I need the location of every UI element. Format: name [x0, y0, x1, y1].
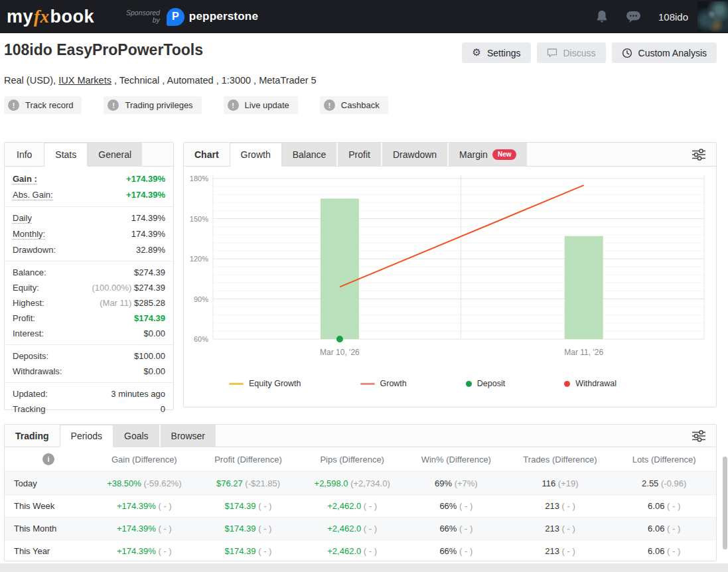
stat-row[interactable]: Monthly:174.39% [5, 226, 173, 242]
myfxbook-logo[interactable]: myfxbook [7, 7, 94, 27]
column-header: Profit (Difference) [196, 455, 301, 465]
stat-row[interactable]: Highest:(Mar 11) $285.28 [5, 295, 173, 311]
divider [5, 344, 173, 345]
table-row[interactable]: This Month+174.39% ( - )$174.39 ( - )+2,… [5, 517, 716, 539]
stat-label: Highest: [13, 298, 44, 308]
table-cell: +174.39% ( - ) [92, 524, 196, 534]
badge-track-record[interactable]: ! Track record [4, 96, 82, 114]
badge-trading-privileges[interactable]: ! Trading privileges [104, 96, 201, 114]
cell-diff: ( - ) [664, 546, 680, 556]
stat-row[interactable]: Withdrawals:$0.00 [5, 364, 173, 379]
scrollbar-thumb[interactable] [723, 457, 727, 549]
cell-value: 66% [439, 546, 457, 556]
stat-row[interactable]: Balance:$274.39 [5, 265, 173, 280]
stat-label: Withdrawals: [13, 366, 62, 376]
pepperstone-initial: P [172, 11, 179, 23]
table-cell: 66% ( - ) [404, 524, 508, 534]
line-swatch-icon [360, 383, 375, 385]
tab-trading[interactable]: Trading [5, 425, 60, 447]
settings-button[interactable]: ⚙ Settings [462, 42, 530, 63]
user-avatar[interactable] [697, 1, 728, 32]
stat-row[interactable]: Daily174.39% [5, 210, 173, 226]
stat-label: Balance: [13, 267, 46, 277]
stat-row[interactable]: Abs. Gain:+174.39% [5, 187, 173, 203]
table-cell: 213 ( - ) [508, 546, 613, 556]
cell-value: 213 [545, 501, 559, 511]
svg-text:Mar 10, '26: Mar 10, '26 [320, 348, 360, 357]
pepperstone-icon: P [167, 8, 184, 26]
tab-goals[interactable]: Goals [113, 425, 161, 447]
tab-stats[interactable]: Stats [44, 143, 88, 167]
legend-item-equity-growth[interactable]: Equity Growth [229, 379, 301, 388]
stats-panel: Info Stats General Gain :+174.39%Abs. Ga… [4, 142, 174, 410]
table-cell: $174.39 ( - ) [196, 524, 301, 534]
tab-periods[interactable]: Periods [60, 425, 113, 447]
svg-text:120%: 120% [190, 255, 208, 263]
cell-value: $76.27 [216, 478, 243, 488]
stat-row[interactable]: Deposits:$100.00 [5, 348, 173, 364]
stat-row[interactable]: Interest:$0.00 [5, 326, 173, 341]
table-row[interactable]: Today+38.50% (-59.62%)$76.27 (-$21.85)+2… [5, 472, 716, 494]
tab-general[interactable]: General [88, 143, 143, 166]
tab-info[interactable]: Info [5, 143, 44, 166]
discuss-button[interactable]: Discuss [537, 42, 606, 63]
username[interactable]: 108ido [658, 11, 688, 23]
stat-value: $100.00 [134, 351, 165, 361]
cell-value: +174.39% [117, 546, 156, 556]
cell-diff: ( - ) [664, 501, 680, 511]
tab-chart[interactable]: Chart [184, 143, 230, 166]
pepperstone-logo[interactable]: P pepperstone [167, 8, 258, 26]
sponsor-block[interactable]: Sponsored by P pepperstone [126, 8, 258, 26]
stat-value: 32.89% [136, 245, 165, 255]
notifications-bell-icon[interactable] [595, 9, 609, 24]
growth-chart[interactable]: 180%150%120%90%60%Mar 10, '26Mar 11, '26 [186, 168, 715, 375]
stat-row[interactable]: Gain :+174.39% [5, 171, 173, 187]
stat-row[interactable]: Equity:(100.00%) $274.39 [5, 280, 173, 295]
table-row[interactable]: This Year+174.39% ( - )$174.39 ( - )+2,4… [5, 539, 716, 562]
cell-value: +174.39% [117, 524, 156, 534]
table-options-sliders-icon[interactable] [682, 425, 716, 447]
stat-value: 3 minutes ago [111, 389, 165, 399]
divider [5, 382, 173, 383]
table-cell: +2,462.0 ( - ) [300, 546, 404, 556]
badge-label: Cashback [341, 100, 380, 110]
tab-growth[interactable]: Growth [230, 143, 282, 167]
badge-live-update[interactable]: ! Live update [224, 96, 298, 114]
divider [5, 206, 173, 207]
stat-value: 0 [161, 404, 165, 414]
stat-value: +174.39% [126, 190, 165, 200]
legend-label: Growth [380, 379, 407, 388]
tab-drawdown[interactable]: Drawdown [382, 143, 449, 166]
cell-diff: ( - ) [156, 524, 172, 534]
info-icon[interactable]: i [42, 453, 54, 465]
stat-row[interactable]: Tracking0 [5, 401, 173, 417]
table-row[interactable]: This Week+174.39% ( - )$174.39 ( - )+2,4… [5, 494, 716, 517]
stat-row[interactable]: Updated:3 minutes ago [5, 386, 173, 401]
legend-item-withdrawal[interactable]: Withdrawal [564, 379, 617, 388]
tab-profit[interactable]: Profit [338, 143, 382, 166]
account-subtitle: Real (USD), IUX Markets , Technical , Au… [4, 75, 317, 86]
cell-value: 116 [542, 478, 555, 488]
messages-chat-icon[interactable] [626, 10, 641, 23]
legend-item-growth[interactable]: Growth [360, 379, 407, 388]
svg-text:90%: 90% [194, 295, 208, 303]
growth-chart-area[interactable]: 180%150%120%90%60%Mar 10, '26Mar 11, '26 [184, 167, 716, 375]
stat-label: Updated: [13, 389, 48, 399]
column-header: Gain (Difference) [92, 455, 196, 465]
custom-analysis-button[interactable]: Custom Analysis [612, 42, 717, 63]
stat-value: 174.39% [131, 213, 165, 223]
tab-margin[interactable]: Margin New [449, 143, 528, 166]
stat-row[interactable]: Profit:$174.39 [5, 311, 173, 326]
badge-cashback[interactable]: ! Cashback [320, 96, 388, 114]
cell-value: $174.39 [225, 546, 256, 556]
clock-icon [622, 48, 632, 58]
legend-item-deposit[interactable]: Deposit [466, 379, 505, 388]
tab-browser[interactable]: Browser [161, 425, 217, 447]
broker-link[interactable]: IUX Markets [58, 75, 111, 86]
new-badge: New [492, 149, 517, 160]
stat-label: Interest: [13, 328, 44, 338]
table-cell: +38.50% (-59.62%) [92, 478, 196, 488]
chart-options-sliders-icon[interactable] [682, 143, 716, 166]
tab-balance[interactable]: Balance [282, 143, 338, 166]
stat-row[interactable]: Drawdown:32.89% [5, 242, 173, 257]
